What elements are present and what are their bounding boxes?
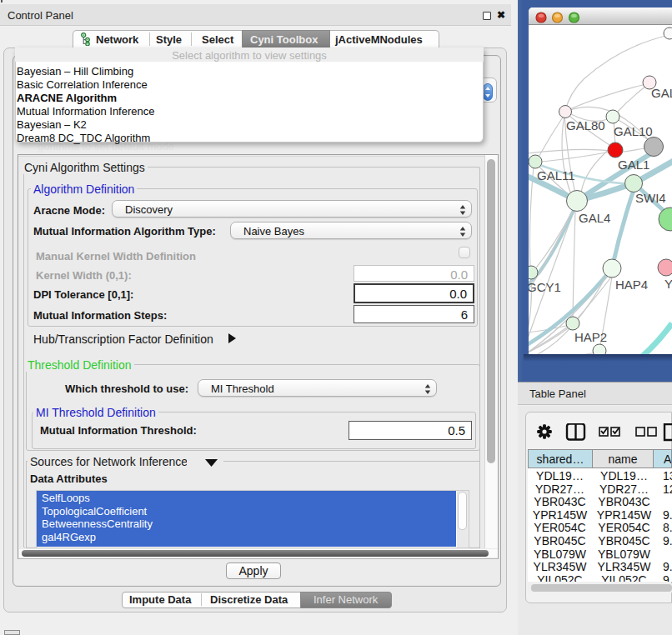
- svg-text:HAP4: HAP4: [615, 278, 648, 292]
- svg-text:HAP2: HAP2: [574, 330, 607, 344]
- svg-text:YJ: YJ: [664, 277, 672, 291]
- svg-text:GAL4: GAL4: [579, 211, 610, 225]
- svg-text:GAL2: GAL2: [651, 86, 672, 100]
- svg-text:GAL1: GAL1: [618, 158, 649, 172]
- svg-text:SWI4: SWI4: [635, 191, 666, 205]
- svg-text:GAL10: GAL10: [614, 124, 653, 138]
- svg-text:GAL80: GAL80: [566, 118, 605, 132]
- svg-text:GAL11: GAL11: [537, 168, 575, 182]
- svg-text:GCY1: GCY1: [529, 280, 561, 294]
